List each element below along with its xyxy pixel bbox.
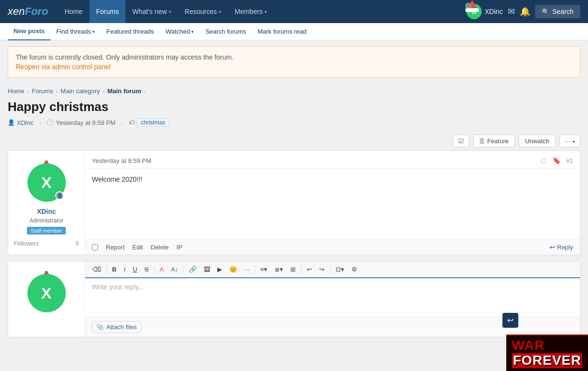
nav-item-members[interactable]: Members ▾ xyxy=(228,0,274,23)
toolbar-sep xyxy=(106,265,107,274)
logo-suffix: Foro xyxy=(25,5,48,18)
editor-emoji-button[interactable]: 😊 xyxy=(226,264,240,275)
logo-prefix: xen xyxy=(8,5,25,18)
editor-underline-button[interactable]: U xyxy=(129,264,140,275)
sub-nav: New posts Find threads ▾ Featured thread… xyxy=(0,23,588,40)
reply-box: X ⌫ B I U S A A↕ 🔗 🖼 ▶ 😊 ··· ≡▾ ≣▾ ⊞ ↩ xyxy=(8,261,580,337)
avatar-initial: X xyxy=(41,174,51,192)
editor-redo-button[interactable]: ↪ xyxy=(316,264,328,275)
sub-nav-watched[interactable]: Watched ▾ xyxy=(160,23,200,40)
logo[interactable]: xenForo xyxy=(8,5,48,18)
editor-area[interactable]: Write your reply... xyxy=(85,278,580,317)
reply-button[interactable]: ↩ Reply xyxy=(550,243,573,251)
bookmark-icon[interactable]: 🔖 xyxy=(552,157,561,164)
post-header-actions: ⬡ 🔖 #1 xyxy=(541,157,573,164)
editor-bbcode-button[interactable]: ⊡▾ xyxy=(332,264,348,275)
thread-author-meta: 👤 XDinc xyxy=(8,119,34,126)
nav-item-whats-new[interactable]: What's new ▾ xyxy=(125,0,178,23)
editor-undo-button[interactable]: ↩ xyxy=(303,264,315,275)
post-timestamp: Yesterday at 8:59 PM xyxy=(92,157,151,164)
top-nav-right: X XDinc ✉ 🔔 🔍 Search xyxy=(466,4,580,19)
editor-bold-button[interactable]: B xyxy=(109,264,120,275)
editor-image-button[interactable]: 🖼 xyxy=(200,264,213,275)
breadcrumb-sep: › xyxy=(27,88,29,94)
report-link[interactable]: Report xyxy=(106,244,125,251)
editor-media-button[interactable]: ▶ xyxy=(214,264,225,275)
chevron-down-icon: ▾ xyxy=(191,29,194,34)
feature-button[interactable]: ☰ Feature xyxy=(473,135,515,148)
editor-align-button[interactable]: ≡▾ xyxy=(257,264,271,275)
thread-author[interactable]: XDinc xyxy=(17,119,34,126)
delete-link[interactable]: Delete xyxy=(150,244,169,251)
bell-icon[interactable]: 🔔 xyxy=(520,6,530,17)
breadcrumb-main-category[interactable]: Main category xyxy=(61,87,100,95)
followers-row: Followers: 0 xyxy=(14,240,79,247)
sub-nav-featured-threads[interactable]: Featured threads xyxy=(100,23,160,40)
tag-icon: 🏷 xyxy=(129,119,135,126)
war-forever-watermark: WAR FOREVER xyxy=(506,334,588,343)
reply-avatar-circle[interactable]: X xyxy=(27,274,66,312)
meta-dot: · xyxy=(121,119,123,126)
editor-strikethrough-button[interactable]: S xyxy=(141,264,152,275)
sub-nav-mark-forums-read[interactable]: Mark forums read xyxy=(252,23,313,40)
editor-table-button[interactable]: ⊞ xyxy=(287,264,299,275)
breadcrumb-sep: › xyxy=(144,88,146,94)
thread-timestamp: Yesterday at 8:59 PM xyxy=(56,119,115,126)
post-role: Administrator xyxy=(29,217,63,224)
toolbar-sep xyxy=(154,265,154,274)
editor-italic-button[interactable]: I xyxy=(120,264,129,275)
ip-link[interactable]: IP xyxy=(176,244,182,251)
toolbar-sep xyxy=(301,265,301,274)
nav-item-resources[interactable]: Resources ▾ xyxy=(178,0,228,23)
editor-more-button[interactable]: ··· xyxy=(241,264,253,275)
paperclip-icon: 📎 xyxy=(96,323,104,331)
search-button[interactable]: 🔍 Search xyxy=(535,5,580,18)
edit-link[interactable]: Edit xyxy=(132,244,143,251)
thread-toolbar: ☑ ☰ Feature Unwatch ··· ▾ xyxy=(0,132,588,150)
post-select-checkbox[interactable] xyxy=(92,244,98,250)
editor-eraser-button[interactable]: ⌫ xyxy=(89,264,104,275)
reply-avatar-wrapper: X xyxy=(27,269,66,312)
chevron-down-icon: ▾ xyxy=(169,9,171,14)
nav-item-forums[interactable]: Forums xyxy=(89,0,125,23)
clock-icon: 🕐 xyxy=(47,119,54,126)
mail-icon[interactable]: ✉ xyxy=(508,6,515,17)
nav-username: XDinc xyxy=(485,8,502,15)
breadcrumb-forums[interactable]: Forums xyxy=(32,87,53,95)
mark-solved-button[interactable]: ☑ xyxy=(453,135,469,148)
editor-font-size-button[interactable]: A↕ xyxy=(168,264,181,275)
unwatch-button[interactable]: Unwatch xyxy=(519,135,556,148)
editor-text-color-button[interactable]: A xyxy=(156,264,167,275)
chevron-down-icon: ▾ xyxy=(573,139,575,144)
editor-settings-button[interactable]: ⚙ xyxy=(348,264,361,275)
editor-link-button[interactable]: 🔗 xyxy=(186,264,200,275)
post-username[interactable]: XDinc xyxy=(37,208,56,215)
thread-timestamp-meta: 🕐 Yesterday at 8:59 PM xyxy=(47,119,115,126)
post-body: Welcome 2020!!! xyxy=(85,169,580,239)
share-icon[interactable]: ⬡ xyxy=(541,157,547,164)
user-avatar[interactable]: X XDinc xyxy=(466,4,502,19)
breadcrumb-current: Main forum xyxy=(107,87,141,95)
breadcrumb-sep: › xyxy=(56,88,58,94)
chevron-down-icon: ▾ xyxy=(92,29,95,34)
meta-dot: · xyxy=(39,119,41,126)
more-button[interactable]: ··· ▾ xyxy=(560,135,580,148)
toolbar-sep xyxy=(255,265,255,274)
attach-files-button[interactable]: 📎 Attach files xyxy=(92,321,141,333)
post-sidebar: X 👤 XDinc Administrator Staff member Fol… xyxy=(8,151,85,255)
scroll-back-button[interactable]: ↩ xyxy=(502,313,518,328)
sub-nav-search-forums[interactable]: Search forums xyxy=(200,23,252,40)
sub-nav-new-posts[interactable]: New posts xyxy=(8,23,50,40)
check-icon: ☑ xyxy=(458,137,464,145)
editor-list-button[interactable]: ≣▾ xyxy=(271,264,287,275)
reply-sidebar: X xyxy=(8,261,85,337)
sub-nav-find-threads[interactable]: Find threads ▾ xyxy=(50,23,100,40)
nav-item-home[interactable]: Home xyxy=(58,0,89,23)
alert-link[interactable]: Reopen via admin control panel xyxy=(16,63,111,71)
reply-avatar-initial: X xyxy=(41,284,51,302)
top-nav: xenForo Home Forums What's new ▾ Resourc… xyxy=(0,0,588,23)
post-number: #1 xyxy=(566,157,573,164)
toolbar-sep xyxy=(330,265,330,274)
thread-tag[interactable]: christmas xyxy=(137,118,170,127)
breadcrumb-home[interactable]: Home xyxy=(8,87,25,95)
